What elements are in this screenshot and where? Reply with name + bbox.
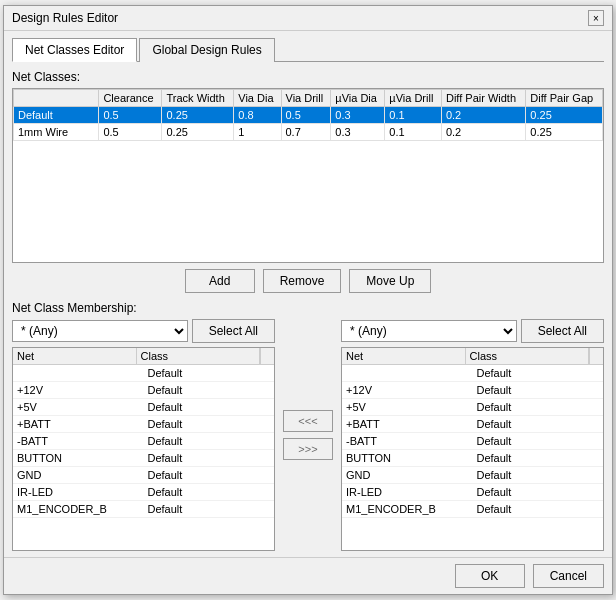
- membership-panels: * (Any) Select All Net Class Default +12…: [12, 319, 604, 551]
- list-cell-class: Default: [144, 467, 275, 483]
- list-cell-class: Default: [473, 467, 604, 483]
- list-cell-net: +12V: [342, 382, 473, 398]
- tab-net-classes[interactable]: Net Classes Editor: [12, 38, 137, 62]
- right-col-class: Class: [466, 348, 590, 364]
- left-select-all-button[interactable]: Select All: [192, 319, 275, 343]
- list-cell-class: Default: [144, 501, 275, 517]
- col-via-dia: Via Dia: [234, 90, 281, 107]
- col-uvia-drill: µVia Drill: [385, 90, 442, 107]
- membership-section: Net Class Membership: * (Any) Select All…: [12, 301, 604, 551]
- list-cell-class: Default: [473, 416, 604, 432]
- dialog-footer: OK Cancel: [4, 557, 612, 594]
- tab-global-rules[interactable]: Global Design Rules: [139, 38, 274, 62]
- list-item[interactable]: Default: [342, 365, 603, 382]
- list-cell-net: +BATT: [13, 416, 144, 432]
- list-cell-class: Default: [473, 450, 604, 466]
- right-col-net: Net: [342, 348, 466, 364]
- cell-clearance: 0.5: [99, 107, 162, 124]
- col-name: [14, 90, 99, 107]
- left-dropdown[interactable]: * (Any): [12, 320, 188, 342]
- list-cell-net: +12V: [13, 382, 144, 398]
- list-item[interactable]: +12V Default: [342, 382, 603, 399]
- right-list-container: Net Class Default +12V Default +5V Defau…: [341, 347, 604, 551]
- list-cell-net: -BATT: [342, 433, 473, 449]
- move-up-button[interactable]: Move Up: [349, 269, 431, 293]
- right-list-scroll[interactable]: Default +12V Default +5V Default +BATT D…: [342, 365, 603, 550]
- right-select-all-button[interactable]: Select All: [521, 319, 604, 343]
- cell-track-width: 0.25: [162, 124, 234, 141]
- left-list-header: Net Class: [13, 348, 274, 365]
- col-via-drill: Via Drill: [281, 90, 331, 107]
- cell-name: Default: [14, 107, 99, 124]
- list-cell-net: GND: [342, 467, 473, 483]
- list-cell-net: BUTTON: [13, 450, 144, 466]
- ok-button[interactable]: OK: [455, 564, 525, 588]
- left-col-class: Class: [137, 348, 261, 364]
- cell-diff-pair-width: 0.2: [441, 107, 525, 124]
- col-diff-pair-gap: Diff Pair Gap: [526, 90, 603, 107]
- left-panel-controls: * (Any) Select All: [12, 319, 275, 343]
- list-cell-net: BUTTON: [342, 450, 473, 466]
- list-item[interactable]: GND Default: [13, 467, 274, 484]
- transfer-right-button[interactable]: >>>: [283, 438, 333, 460]
- cell-uvia-drill: 0.1: [385, 107, 442, 124]
- list-cell-class: Default: [473, 484, 604, 500]
- transfer-left-button[interactable]: <<<: [283, 410, 333, 432]
- list-cell-net: -BATT: [13, 433, 144, 449]
- list-cell-class: Default: [144, 433, 275, 449]
- cell-uvia-dia: 0.3: [331, 107, 385, 124]
- list-item[interactable]: M1_ENCODER_B Default: [13, 501, 274, 518]
- list-item[interactable]: +BATT Default: [13, 416, 274, 433]
- cancel-button[interactable]: Cancel: [533, 564, 604, 588]
- list-item[interactable]: BUTTON Default: [13, 450, 274, 467]
- list-item[interactable]: +BATT Default: [342, 416, 603, 433]
- list-cell-class: Default: [144, 416, 275, 432]
- right-dropdown[interactable]: * (Any): [341, 320, 517, 342]
- list-cell-class: Default: [144, 365, 275, 381]
- cell-uvia-drill: 0.1: [385, 124, 442, 141]
- net-classes-table: Clearance Track Width Via Dia Via Drill …: [13, 89, 603, 141]
- list-item[interactable]: BUTTON Default: [342, 450, 603, 467]
- remove-button[interactable]: Remove: [263, 269, 342, 293]
- list-cell-class: Default: [144, 450, 275, 466]
- dialog-title: Design Rules Editor: [12, 11, 118, 25]
- left-panel-group: * (Any) Select All Net Class Default +12…: [12, 319, 275, 551]
- list-cell-net: +BATT: [342, 416, 473, 432]
- list-cell-net: +5V: [342, 399, 473, 415]
- list-cell-net: GND: [13, 467, 144, 483]
- cell-diff-pair-width: 0.2: [441, 124, 525, 141]
- list-item[interactable]: +12V Default: [13, 382, 274, 399]
- add-button[interactable]: Add: [185, 269, 255, 293]
- cell-clearance: 0.5: [99, 124, 162, 141]
- cell-via-dia: 0.8: [234, 107, 281, 124]
- list-item[interactable]: Default: [13, 365, 274, 382]
- left-list-scroll[interactable]: Default +12V Default +5V Default +BATT D…: [13, 365, 274, 550]
- list-cell-net: IR-LED: [13, 484, 144, 500]
- list-item[interactable]: +5V Default: [342, 399, 603, 416]
- list-item[interactable]: -BATT Default: [342, 433, 603, 450]
- list-item[interactable]: IR-LED Default: [342, 484, 603, 501]
- tabs-bar: Net Classes Editor Global Design Rules: [12, 37, 604, 62]
- col-diff-pair-width: Diff Pair Width: [441, 90, 525, 107]
- title-bar: Design Rules Editor ×: [4, 6, 612, 31]
- list-item[interactable]: GND Default: [342, 467, 603, 484]
- table-row[interactable]: 1mm Wire 0.5 0.25 1 0.7 0.3 0.1 0.2 0.25: [14, 124, 603, 141]
- cell-uvia-dia: 0.3: [331, 124, 385, 141]
- list-cell-class: Default: [473, 382, 604, 398]
- list-item[interactable]: +5V Default: [13, 399, 274, 416]
- list-cell-class: Default: [144, 382, 275, 398]
- cell-track-width: 0.25: [162, 107, 234, 124]
- list-item[interactable]: M1_ENCODER_B Default: [342, 501, 603, 518]
- left-col-net: Net: [13, 348, 137, 364]
- list-cell-class: Default: [144, 484, 275, 500]
- left-list-container: Net Class Default +12V Default +5V Defau…: [12, 347, 275, 551]
- col-uvia-dia: µVia Dia: [331, 90, 385, 107]
- table-row[interactable]: Default 0.5 0.25 0.8 0.5 0.3 0.1 0.2 0.2…: [14, 107, 603, 124]
- list-cell-net: +5V: [13, 399, 144, 415]
- list-cell-class: Default: [473, 501, 604, 517]
- col-clearance: Clearance: [99, 90, 162, 107]
- list-item[interactable]: -BATT Default: [13, 433, 274, 450]
- list-cell-net: IR-LED: [342, 484, 473, 500]
- close-button[interactable]: ×: [588, 10, 604, 26]
- list-item[interactable]: IR-LED Default: [13, 484, 274, 501]
